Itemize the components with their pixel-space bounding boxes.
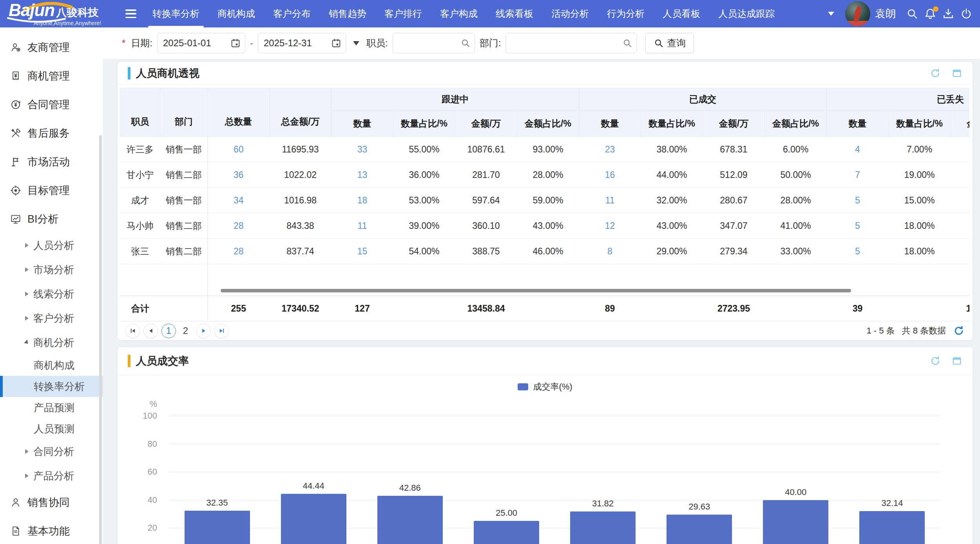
sidebar-item-personnel-forecast[interactable]: 人员预测 (0, 418, 103, 439)
refresh-icon[interactable] (929, 355, 941, 367)
table-horizontal-scrollbar[interactable] (221, 289, 851, 292)
chart-legend[interactable]: 成交率(%) (118, 381, 973, 393)
col-header[interactable]: 金额/万 (703, 111, 765, 137)
refresh-icon[interactable] (929, 67, 941, 79)
cell-count-link[interactable]: 7 (827, 162, 889, 188)
bar[interactable] (185, 511, 250, 544)
prev-page-button[interactable] (143, 324, 158, 338)
sidebar-item-opportunity-management[interactable]: 商机管理 (0, 62, 103, 90)
sidebar-item-customer-analysis[interactable]: 客户分析 (0, 306, 103, 330)
nav-item[interactable]: 销售趋势 (324, 0, 371, 27)
window-maximize-icon[interactable] (951, 68, 962, 79)
bar[interactable] (281, 494, 346, 544)
search-button[interactable]: 查询 (645, 33, 694, 53)
sidebar-item-product-analysis[interactable]: 产品分析 (0, 464, 103, 488)
sidebar-item-opportunity-composition[interactable]: 商机构成 (0, 355, 103, 376)
col-header[interactable]: 数量占比/% (393, 111, 455, 137)
col-header[interactable]: 数量 (579, 111, 641, 137)
sidebar-item-contract-management[interactable]: 合同管理 (0, 90, 103, 119)
nav-item[interactable]: 转换率分析 (147, 0, 205, 27)
nav-item[interactable]: 活动分析 (546, 0, 594, 27)
power-icon[interactable] (957, 5, 975, 23)
cell-total-link[interactable]: 34 (208, 188, 270, 213)
nav-item[interactable]: 客户分布 (268, 0, 316, 27)
cell-count-link[interactable]: 11 (331, 213, 393, 239)
sidebar-item-target-management[interactable]: 目标管理 (0, 176, 103, 205)
bar[interactable] (377, 496, 443, 544)
sidebar-item-sales-collaboration[interactable]: 销售协同 (0, 488, 103, 517)
col-header[interactable]: 部门 (160, 88, 208, 137)
first-page-button[interactable] (125, 324, 140, 338)
col-header[interactable]: 数量 (827, 111, 889, 137)
col-header[interactable]: 金额占比/% (517, 111, 579, 137)
search-icon[interactable] (460, 38, 471, 48)
page-number-button[interactable]: 1 (161, 324, 176, 338)
sidebar-item-marketing-campaign[interactable]: 市场活动 (0, 147, 103, 176)
cell-count-link[interactable]: 8 (579, 239, 641, 264)
username[interactable]: 袁朗 (875, 7, 896, 21)
nav-item[interactable]: 线索看板 (491, 0, 538, 27)
bar[interactable] (859, 511, 925, 544)
col-header[interactable]: 总数量 (208, 88, 270, 137)
next-page-button[interactable] (196, 324, 211, 338)
sidebar-item-partner-management[interactable]: 友商管理 (0, 33, 103, 62)
cell-count-link[interactable]: 18 (331, 188, 393, 213)
menu-toggle-icon[interactable] (125, 9, 136, 18)
notification-bell-icon[interactable] (921, 5, 939, 23)
cell-count-link[interactable]: 33 (331, 137, 393, 162)
col-header[interactable]: 数量占比/% (889, 111, 951, 137)
col-header[interactable]: 金额/万 (455, 111, 517, 137)
download-icon[interactable] (939, 5, 957, 23)
nav-item[interactable]: 客户构成 (435, 0, 483, 27)
staff-search-field[interactable] (393, 33, 475, 53)
cell-count-link[interactable]: 4 (827, 137, 889, 162)
sidebar-item-market-analysis[interactable]: 市场分析 (0, 257, 103, 282)
sidebar-item-lead-analysis[interactable]: 线索分析 (0, 282, 103, 306)
bar[interactable] (570, 511, 636, 544)
cell-count-link[interactable]: 11 (579, 188, 641, 213)
page-number-button[interactable]: 2 (178, 324, 193, 338)
cell-total-link[interactable]: 28 (208, 239, 270, 264)
cell-total-link[interactable]: 60 (208, 137, 270, 162)
last-page-button[interactable] (214, 324, 229, 338)
sidebar-item-after-sales-service[interactable]: 售后服务 (0, 119, 103, 147)
cell-count-link[interactable]: 5 (827, 188, 889, 213)
sidebar-scrollbar[interactable] (99, 135, 102, 544)
cell-total-link[interactable]: 28 (208, 213, 270, 239)
cell-count-link[interactable]: 15 (331, 239, 393, 264)
sidebar-item-contract-analysis[interactable]: 合同分析 (0, 439, 103, 464)
search-icon[interactable] (622, 38, 632, 48)
date-to-input[interactable]: 2025-12-31 (258, 33, 346, 53)
dept-search-input[interactable] (511, 37, 622, 49)
sidebar-item-bi-analysis[interactable]: BI分析 (0, 205, 103, 233)
sidebar-item-basic-functions[interactable]: 基本功能 (0, 517, 103, 544)
cell-count-link[interactable]: 12 (579, 213, 641, 239)
legend-swatch[interactable] (518, 383, 528, 390)
cell-count-link[interactable]: 5 (827, 213, 889, 239)
col-header[interactable]: 职员 (120, 88, 160, 137)
nav-item[interactable]: 人员达成跟踪 (713, 0, 780, 27)
bar[interactable] (763, 500, 828, 544)
app-logo[interactable]: Bajun 八骏科技 Anyone,Anytime,Anywhere! (0, 0, 122, 27)
sidebar-item-product-forecast[interactable]: 产品预测 (0, 397, 103, 418)
sidebar-item-personnel-analysis[interactable]: 人员分析 (0, 233, 103, 257)
nav-item[interactable]: 商机构成 (212, 0, 260, 27)
search-icon[interactable] (903, 5, 921, 23)
cell-total-link[interactable]: 36 (208, 162, 270, 188)
staff-search-input[interactable] (399, 37, 460, 49)
col-header[interactable]: 数量 (331, 111, 393, 137)
sidebar-item-conversion-rate-analysis[interactable]: 转换率分析 (0, 376, 103, 397)
cell-count-link[interactable]: 13 (331, 162, 393, 188)
nav-item[interactable]: 人员看板 (658, 0, 705, 27)
nav-overflow-caret-icon[interactable] (828, 12, 834, 16)
nav-item[interactable]: 客户排行 (379, 0, 427, 27)
nav-item[interactable]: 行为分析 (602, 0, 650, 27)
dept-search-field[interactable] (505, 33, 637, 53)
date-preset-caret-icon[interactable] (353, 41, 359, 45)
col-header[interactable]: 数量占比/% (641, 111, 703, 137)
avatar[interactable] (845, 1, 870, 26)
bar[interactable] (474, 521, 539, 544)
refresh-icon[interactable] (953, 325, 965, 337)
cell-count-link[interactable]: 23 (579, 137, 641, 162)
col-header[interactable]: 金额/万 (951, 111, 970, 137)
